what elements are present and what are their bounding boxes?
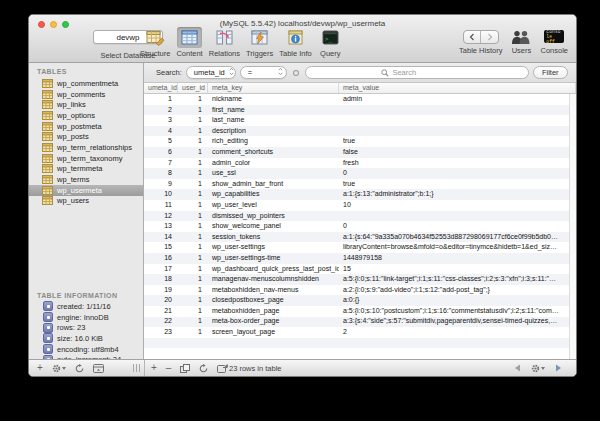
column-header-meta-key[interactable]: meta_key [208, 83, 339, 93]
popup-editor-icon[interactable] [217, 364, 228, 373]
cell-meta-key[interactable]: use_ssl [208, 168, 339, 179]
table-row[interactable]: 22 1 meta-box-order_page a:3:{s:4:"side"… [144, 316, 576, 327]
cell-user-id[interactable]: 1 [178, 115, 208, 126]
table-row[interactable]: 14 1 session_tokens a:1:{s:64:"9a335a070… [144, 232, 576, 243]
cell-meta-key[interactable]: comment_shortcuts [208, 147, 339, 158]
cell-umeta-id[interactable]: 2 [144, 105, 178, 116]
cell-meta-key[interactable]: admin_color [208, 158, 339, 169]
cell-umeta-id[interactable]: 17 [144, 264, 178, 275]
cell-meta-key[interactable]: session_tokens [208, 232, 339, 243]
cell-meta-key[interactable]: meta-box-order_page [208, 316, 339, 327]
cell-meta-value[interactable]: fresh [339, 158, 576, 169]
remove-row-button[interactable]: – [166, 363, 172, 373]
sidebar-table-item[interactable]: wp_terms [29, 174, 143, 185]
cell-umeta-id[interactable]: 4 [144, 126, 178, 137]
table-row[interactable]: 16 1 wp_user-settings-time 1448979158 [144, 253, 576, 264]
search-input[interactable] [392, 68, 452, 77]
table-row[interactable]: 9 1 show_admin_bar_front true [144, 179, 576, 190]
next-page-button[interactable] [555, 364, 562, 372]
pagination-menu[interactable] [531, 364, 545, 373]
cell-meta-value[interactable]: 10 [339, 200, 576, 211]
table-row[interactable]: 3 1 last_name [144, 115, 576, 126]
toolbar-tableinfo-button[interactable]: Table Info [279, 27, 312, 58]
table-row[interactable]: 18 1 managenav-menuscolumnshidden a:5:{i… [144, 274, 576, 285]
cell-meta-key[interactable]: wp_user-settings [208, 242, 339, 253]
sidebar-table-item[interactable]: wp_postmeta [29, 121, 143, 132]
cell-meta-key[interactable]: nickname [208, 94, 339, 105]
history-back-button[interactable] [464, 31, 482, 43]
table-row[interactable]: 12 1 dismissed_wp_pointers [144, 211, 576, 222]
cell-meta-value[interactable]: 0 [339, 168, 576, 179]
cell-meta-value[interactable]: false [339, 147, 576, 158]
cell-umeta-id[interactable]: 23 [144, 327, 178, 338]
cell-meta-value[interactable] [339, 115, 576, 126]
cell-meta-key[interactable]: metaboxhidden_nav-menus [208, 285, 339, 296]
minimize-window-button[interactable] [50, 21, 57, 28]
cell-meta-key[interactable]: wp_user-settings-time [208, 253, 339, 264]
table-row[interactable]: 15 1 wp_user-settings libraryContent=bro… [144, 242, 576, 253]
cell-meta-key[interactable]: show_welcome_panel [208, 221, 339, 232]
cell-umeta-id[interactable]: 13 [144, 221, 178, 232]
cell-user-id[interactable]: 1 [178, 253, 208, 264]
cell-user-id[interactable]: 1 [178, 189, 208, 200]
history-forward-button[interactable] [481, 31, 498, 43]
cell-meta-value[interactable] [339, 211, 576, 222]
table-row[interactable]: 6 1 comment_shortcuts false [144, 147, 576, 158]
cell-meta-value[interactable]: libraryContent=browse&mfold=o&editor=tin… [339, 242, 576, 253]
cell-user-id[interactable]: 1 [178, 232, 208, 243]
cell-meta-key[interactable]: dismissed_wp_pointers [208, 211, 339, 222]
cell-user-id[interactable]: 1 [178, 168, 208, 179]
toolbar-triggers-button[interactable]: Triggers [246, 27, 273, 58]
cell-umeta-id[interactable]: 16 [144, 253, 178, 264]
cell-umeta-id[interactable]: 10 [144, 189, 178, 200]
cell-meta-key[interactable]: last_name [208, 115, 339, 126]
cell-meta-value[interactable]: a:3:{s:4:"side";s:57:"submitdiv,pagepare… [339, 316, 576, 327]
cell-user-id[interactable]: 1 [178, 221, 208, 232]
sidebar-table-item[interactable]: wp_term_relationships [29, 142, 143, 153]
console-button[interactable]: console off Console [540, 27, 568, 55]
cell-meta-value[interactable]: 2 [339, 327, 576, 338]
cell-user-id[interactable]: 1 [178, 327, 208, 338]
cell-user-id[interactable]: 1 [178, 179, 208, 190]
cell-meta-value[interactable] [339, 126, 576, 137]
cell-meta-key[interactable]: description [208, 126, 339, 137]
cell-user-id[interactable]: 1 [178, 147, 208, 158]
cell-umeta-id[interactable]: 19 [144, 285, 178, 296]
cell-user-id[interactable]: 1 [178, 242, 208, 253]
cell-user-id[interactable]: 1 [178, 136, 208, 147]
table-row[interactable]: 23 1 screen_layout_page 2 [144, 327, 576, 338]
cell-meta-key[interactable]: managenav-menuscolumnshidden [208, 274, 339, 285]
search-field[interactable] [305, 66, 528, 79]
cell-meta-key[interactable]: metaboxhidden_page [208, 306, 339, 317]
column-header-meta-value[interactable]: meta_value [339, 83, 576, 93]
cell-meta-value[interactable]: 1448979158 [339, 253, 576, 264]
cell-user-id[interactable]: 1 [178, 126, 208, 137]
cell-umeta-id[interactable]: 21 [144, 306, 178, 317]
table-row[interactable]: 10 1 wp_capabilities a:1:{s:13:"administ… [144, 189, 576, 200]
table-row[interactable]: 1 1 nickname admin [144, 94, 576, 105]
cell-umeta-id[interactable]: 22 [144, 316, 178, 327]
cell-user-id[interactable]: 1 [178, 264, 208, 275]
cell-meta-value[interactable]: true [339, 136, 576, 147]
cell-meta-value[interactable]: a:1:{s:64:"9a335a070b4634f52553d88729806… [339, 232, 576, 243]
cell-user-id[interactable]: 1 [178, 105, 208, 116]
column-header-umeta-id[interactable]: umeta_id [144, 83, 178, 93]
cell-umeta-id[interactable]: 1 [144, 94, 178, 105]
sidebar-table-item[interactable]: wp_users [29, 196, 143, 207]
previous-page-button[interactable] [514, 364, 521, 372]
cell-meta-value[interactable]: a:1:{s:13:"administrator";b:1;} [339, 189, 576, 200]
sidebar-table-item[interactable]: wp_posts [29, 131, 143, 142]
filter-button[interactable]: Filter [533, 66, 568, 79]
cell-umeta-id[interactable]: 12 [144, 211, 178, 222]
cell-meta-value[interactable]: a:0:{} [339, 295, 576, 306]
cell-user-id[interactable]: 1 [178, 285, 208, 296]
cell-umeta-id[interactable]: 14 [144, 232, 178, 243]
cell-user-id[interactable]: 1 [178, 200, 208, 211]
column-header-user-id[interactable]: user_id [178, 83, 208, 93]
table-row[interactable]: 21 1 metaboxhidden_page a:5:{i:0;s:10:"p… [144, 306, 576, 317]
table-row[interactable]: 19 1 metaboxhidden_nav-menus a:2:{i:0;s:… [144, 285, 576, 296]
table-row[interactable]: 11 1 wp_user_level 10 [144, 200, 576, 211]
cell-user-id[interactable]: 1 [178, 274, 208, 285]
cell-user-id[interactable]: 1 [178, 316, 208, 327]
cell-user-id[interactable]: 1 [178, 211, 208, 222]
